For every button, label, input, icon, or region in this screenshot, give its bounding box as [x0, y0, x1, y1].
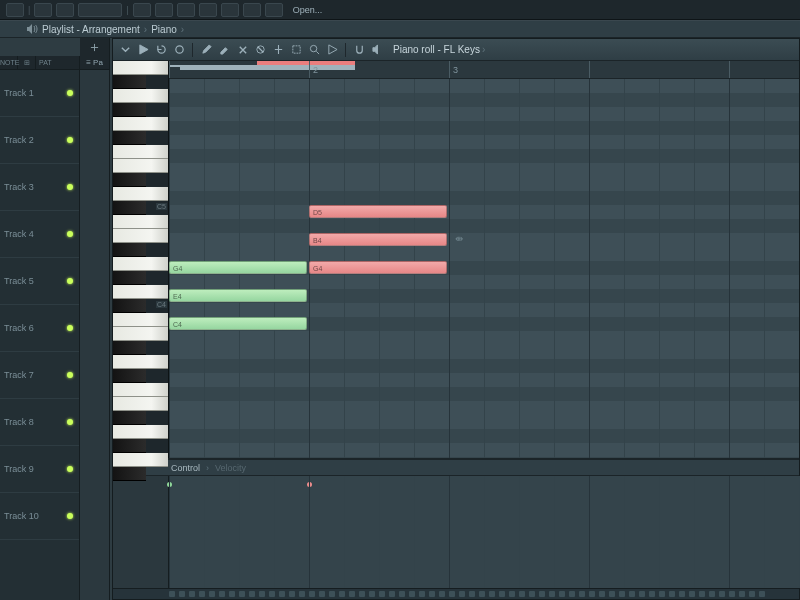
toolbar-slot[interactable]: [155, 3, 173, 17]
white-key[interactable]: [113, 145, 168, 159]
track-row[interactable]: Track 2: [0, 117, 79, 164]
black-key[interactable]: [113, 299, 146, 313]
util-icon[interactable]: [171, 42, 187, 58]
track-row[interactable]: Track 5: [0, 258, 79, 305]
toolbar-slot[interactable]: [6, 3, 24, 17]
undo-icon[interactable]: [153, 42, 169, 58]
tracklist-header: NOTE ⊞ PAT: [0, 56, 79, 70]
track-active-dot[interactable]: [67, 419, 73, 425]
black-key[interactable]: [113, 173, 146, 187]
black-key[interactable]: [113, 411, 146, 425]
white-key[interactable]: [113, 397, 168, 411]
toolbar-slot[interactable]: [56, 3, 74, 17]
velocity-label[interactable]: Velocity: [215, 463, 246, 473]
white-key[interactable]: [113, 425, 168, 439]
track-row[interactable]: Track 9: [0, 446, 79, 493]
track-active-dot[interactable]: [67, 231, 73, 237]
black-key[interactable]: [113, 103, 146, 117]
track-active-dot[interactable]: [67, 325, 73, 331]
control-label[interactable]: Control: [171, 463, 200, 473]
toolbar-slot[interactable]: [177, 3, 195, 17]
midi-note[interactable]: E4: [169, 289, 307, 302]
track-row[interactable]: Track 3: [0, 164, 79, 211]
breadcrumb-item[interactable]: Playlist - Arrangement: [42, 24, 140, 35]
time-ruler[interactable]: 23: [169, 61, 799, 79]
toolbar-slot[interactable]: [133, 3, 151, 17]
toolbar-slot[interactable]: [243, 3, 261, 17]
white-key[interactable]: [113, 355, 168, 369]
playback-tool-icon[interactable]: [324, 42, 340, 58]
track-active-dot[interactable]: [67, 372, 73, 378]
white-key[interactable]: [113, 383, 168, 397]
track-active-dot[interactable]: [67, 137, 73, 143]
track-row[interactable]: Track 1: [0, 70, 79, 117]
slice-tool-icon[interactable]: [270, 42, 286, 58]
piano-roll-grid[interactable]: 23 C4E4G4G4B4D5⇼: [169, 61, 799, 458]
velocity-editor[interactable]: [113, 476, 799, 588]
white-key[interactable]: [113, 117, 168, 131]
white-key[interactable]: [113, 61, 168, 75]
piano-keyboard[interactable]: C5C4: [113, 61, 169, 458]
loop-marker[interactable]: [180, 67, 355, 70]
toolbar-slot[interactable]: [34, 3, 52, 17]
open-button[interactable]: Open...: [287, 5, 329, 15]
speaker-icon[interactable]: [369, 42, 385, 58]
black-key[interactable]: [113, 341, 146, 355]
midi-note[interactable]: G4: [169, 261, 307, 274]
black-key[interactable]: [113, 467, 146, 481]
paint-tool-icon[interactable]: [216, 42, 232, 58]
play-button[interactable]: [135, 42, 151, 58]
track-active-dot[interactable]: [67, 466, 73, 472]
black-key[interactable]: [113, 243, 146, 257]
pattern-tab[interactable]: PAT: [36, 59, 79, 66]
toolbar-slot[interactable]: [221, 3, 239, 17]
draw-tool-icon[interactable]: [198, 42, 214, 58]
chevron-down-icon[interactable]: [117, 42, 133, 58]
transport-slot[interactable]: [78, 3, 122, 17]
track-active-dot[interactable]: [67, 184, 73, 190]
white-key[interactable]: [113, 215, 168, 229]
white-key[interactable]: [113, 89, 168, 103]
erase-tool-icon[interactable]: [234, 42, 250, 58]
zoom-tool-icon[interactable]: [306, 42, 322, 58]
track-row[interactable]: Track 8: [0, 399, 79, 446]
midi-note[interactable]: C4: [169, 317, 307, 330]
chevron-right-icon[interactable]: ›: [206, 463, 209, 473]
white-key[interactable]: [113, 159, 168, 173]
snap-icon[interactable]: [351, 42, 367, 58]
breadcrumb-item[interactable]: Piano: [151, 24, 177, 35]
select-tool-icon[interactable]: [288, 42, 304, 58]
white-key[interactable]: [113, 257, 168, 271]
midi-note[interactable]: G4: [309, 261, 447, 274]
white-key[interactable]: [113, 229, 168, 243]
track-row[interactable]: Track 10: [0, 493, 79, 540]
midi-note[interactable]: D5: [309, 205, 447, 218]
note-tab[interactable]: NOTE: [0, 56, 18, 69]
black-key[interactable]: [113, 369, 146, 383]
white-key[interactable]: [113, 313, 168, 327]
white-key[interactable]: [113, 327, 168, 341]
white-key[interactable]: [113, 187, 168, 201]
toolbar-slot[interactable]: [265, 3, 283, 17]
toolbar-slot[interactable]: [199, 3, 217, 17]
white-key[interactable]: [113, 453, 168, 467]
track-row[interactable]: Track 4: [0, 211, 79, 258]
mute-tool-icon[interactable]: [252, 42, 268, 58]
black-key[interactable]: [113, 201, 146, 215]
white-key[interactable]: [113, 285, 168, 299]
black-key[interactable]: [113, 439, 146, 453]
chevron-right-icon[interactable]: ›: [482, 44, 485, 55]
black-key[interactable]: [113, 131, 146, 145]
track-active-dot[interactable]: [67, 90, 73, 96]
black-key[interactable]: [113, 75, 146, 89]
track-row[interactable]: Track 6: [0, 305, 79, 352]
black-key[interactable]: [113, 271, 146, 285]
track-active-dot[interactable]: [67, 513, 73, 519]
midi-note[interactable]: B4: [309, 233, 447, 246]
mode-tab[interactable]: [80, 38, 110, 56]
track-row[interactable]: Track 7: [0, 352, 79, 399]
grid-icon[interactable]: ⊞: [18, 56, 36, 69]
minimap-scrollbar[interactable]: [113, 588, 799, 599]
pattern-header[interactable]: ≡ Pa: [80, 56, 109, 70]
track-active-dot[interactable]: [67, 278, 73, 284]
